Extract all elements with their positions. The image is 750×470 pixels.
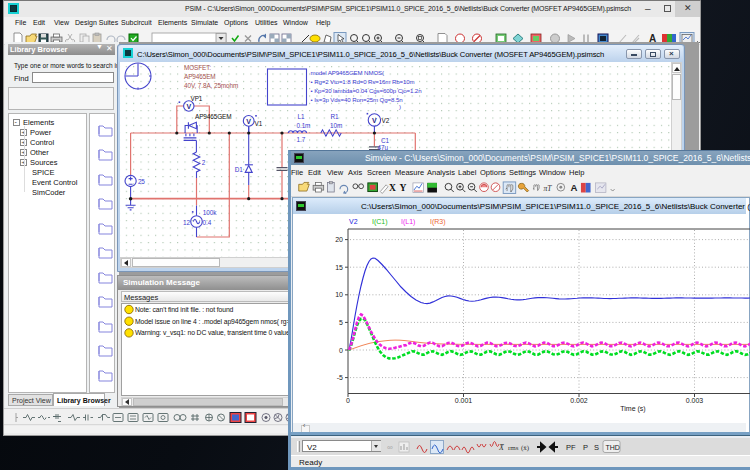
svg-text:1.7: 1.7 <box>297 136 306 143</box>
svg-text:15: 15 <box>335 264 343 271</box>
svg-text:AP9465GEM: AP9465GEM <box>195 113 231 120</box>
svg-text:12: 12 <box>183 219 190 226</box>
svg-text:0: 0 <box>346 397 350 404</box>
svg-text:X̄: X̄ <box>498 443 505 452</box>
svg-text:): ) <box>399 103 401 110</box>
svg-text:πT: πT <box>544 184 553 193</box>
svg-text:25: 25 <box>138 178 145 185</box>
svg-text:100k: 100k <box>203 209 217 216</box>
svg-text:0.4: 0.4 <box>203 219 212 226</box>
svg-text:0: 0 <box>339 347 343 354</box>
svg-text:PF: PF <box>566 443 576 452</box>
svg-text:V2: V2 <box>349 218 358 225</box>
svg-text:• Rg=2 Vto=1.8 Rd=0 Rs=16m Rb=: • Rg=2 Vto=1.8 Rd=0 Rs=16m Rb=10m <box>311 78 415 85</box>
svg-text:20: 20 <box>335 236 343 243</box>
svg-text:THD: THD <box>606 444 620 451</box>
svg-text:2: 2 <box>202 159 206 166</box>
svg-text:VP1: VP1 <box>191 95 203 102</box>
svg-text:• Is=3p Vds=40 Ron=25m Qg=8.5n: • Is=3p Vds=40 Ron=25m Qg=8.5n <box>311 96 403 103</box>
svg-text:model AP9465GEM NMOS(: model AP9465GEM NMOS( <box>311 69 384 76</box>
svg-text:-5: -5 <box>337 374 343 381</box>
svg-text:5: 5 <box>339 319 343 326</box>
svg-text:0.001: 0.001 <box>455 397 473 404</box>
svg-text:0.1m: 0.1m <box>297 122 311 129</box>
svg-text:I(C1): I(C1) <box>372 218 388 226</box>
svg-text:R1: R1 <box>331 113 340 120</box>
svg-text:10m: 10m <box>330 122 342 129</box>
svg-text:0.003: 0.003 <box>686 397 704 404</box>
svg-text:Y: Y <box>400 182 407 193</box>
svg-text:10: 10 <box>335 291 343 298</box>
svg-text:I(L1): I(L1) <box>401 218 415 226</box>
svg-text:40V, 7.8A, 25mohm: 40V, 7.8A, 25mohm <box>184 82 238 89</box>
svg-text:V: V <box>186 103 191 110</box>
svg-text:MOSFET:: MOSFET: <box>184 64 211 71</box>
svg-text:V2: V2 <box>382 117 390 124</box>
svg-text:V: V <box>372 117 377 124</box>
svg-text:rms: rms <box>508 444 519 452</box>
svg-text:L1: L1 <box>298 113 305 120</box>
svg-text:I(R3): I(R3) <box>430 218 446 226</box>
svg-text:0.002: 0.002 <box>570 397 588 404</box>
svg-text:(x̄): (x̄) <box>521 444 530 452</box>
svg-text:C1: C1 <box>381 137 390 144</box>
svg-text:V: V <box>246 118 251 125</box>
svg-text:AP9465EM: AP9465EM <box>184 73 216 80</box>
svg-text:Time (s): Time (s) <box>620 405 645 413</box>
svg-text:V1: V1 <box>255 120 263 127</box>
svg-text:∞: ∞ <box>387 443 393 452</box>
svg-text:P: P <box>583 443 588 452</box>
svg-text:X: X <box>389 182 396 193</box>
svg-text:• Kp=30 lambda=0.04 Cgs=600p C: • Kp=30 lambda=0.04 Cgs=600p Cjo=1.2n <box>311 87 422 94</box>
svg-text:S: S <box>594 443 599 452</box>
svg-text:D1: D1 <box>235 166 244 173</box>
svg-text:A: A <box>570 182 577 193</box>
